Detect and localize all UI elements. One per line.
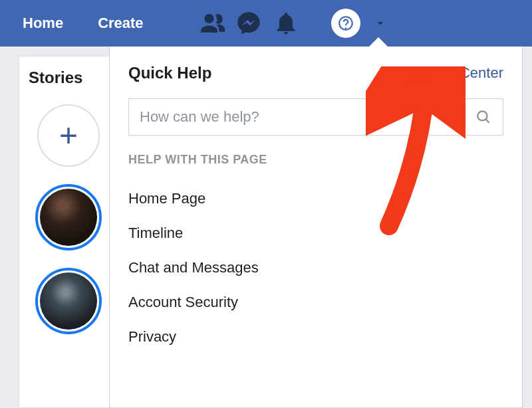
create-nav-link[interactable]: Create <box>83 15 158 32</box>
add-story-button[interactable]: + <box>37 104 100 167</box>
help-search-box[interactable] <box>128 98 503 136</box>
help-item-chat-messages[interactable]: Chat and Messages <box>128 251 503 285</box>
stories-title: Stories <box>29 68 82 87</box>
quick-help-title: Quick Help <box>128 64 211 82</box>
help-center-link[interactable]: Help Center <box>426 64 503 82</box>
help-item-home-page[interactable]: Home Page <box>128 181 503 216</box>
quick-help-dropdown: Quick Help Help Center HELP WITH THIS PA… <box>109 47 523 408</box>
help-item-account-security[interactable]: Account Security <box>128 285 503 320</box>
stories-panel: Stories + <box>19 56 118 408</box>
help-item-privacy[interactable]: Privacy <box>128 320 503 354</box>
avatar <box>40 272 97 330</box>
help-search-input[interactable] <box>140 108 475 126</box>
svg-point-0 <box>477 111 487 120</box>
search-icon <box>475 108 492 126</box>
avatar <box>40 189 97 246</box>
help-button[interactable] <box>330 7 362 39</box>
help-item-timeline[interactable]: Timeline <box>128 216 503 251</box>
home-nav-link[interactable]: Home <box>8 15 78 32</box>
dropdown-caret-icon <box>369 37 388 47</box>
help-section-header: HELP WITH THIS PAGE <box>128 153 503 167</box>
story-item[interactable] <box>35 268 102 334</box>
friend-requests-icon[interactable] <box>196 7 227 39</box>
account-menu-caret[interactable] <box>367 7 394 39</box>
story-item[interactable] <box>35 184 102 251</box>
top-nav-bar: Home Create <box>0 0 532 47</box>
notifications-icon[interactable] <box>270 7 302 39</box>
messenger-icon[interactable] <box>233 7 265 39</box>
help-icon <box>331 9 360 38</box>
svg-line-1 <box>485 119 489 122</box>
